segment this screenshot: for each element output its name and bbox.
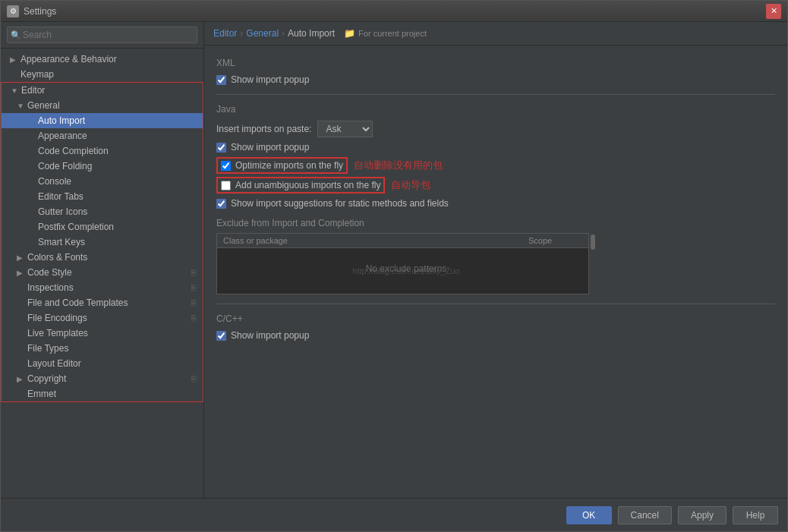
sidebar-item-label: Gutter Icons xyxy=(38,206,87,217)
search-input[interactable] xyxy=(7,27,197,43)
exclude-col-scope-header: Scope xyxy=(528,236,589,245)
sidebar-item-live-templates[interactable]: Live Templates xyxy=(2,326,203,341)
search-icon: 🔍 xyxy=(11,30,21,40)
sidebar-item-label: File Encodings xyxy=(27,313,87,323)
sidebar-item-label: Inspections xyxy=(27,282,74,293)
java-section-label: Java xyxy=(216,104,775,115)
sidebar-item-console[interactable]: Console xyxy=(2,174,203,189)
sidebar-item-label: Appearance xyxy=(38,131,87,141)
sidebar-item-smart-keys[interactable]: Smart Keys xyxy=(2,235,203,250)
sidebar-item-label: Appearance & Behavior xyxy=(20,54,117,65)
expand-arrow xyxy=(11,87,20,95)
copy-icon: ⎘ xyxy=(191,268,197,277)
exclude-col-class-header: Class or package xyxy=(223,236,528,245)
expand-arrow xyxy=(17,375,26,383)
app-icon: ⚙ xyxy=(7,5,19,17)
optimize-imports-label[interactable]: Optimize imports on the fly xyxy=(235,160,343,171)
exclude-section: Exclude from Import and Completion Class… xyxy=(216,218,775,294)
sidebar-item-code-style[interactable]: Code Style ⎘ xyxy=(2,265,203,280)
sidebar-item-file-types[interactable]: File Types xyxy=(2,341,203,356)
sidebar-item-layout-editor[interactable]: Layout Editor xyxy=(2,356,203,371)
cancel-button[interactable]: Cancel xyxy=(618,506,672,524)
sidebar-item-file-encodings[interactable]: File Encodings ⎘ xyxy=(2,310,203,326)
add-unambiguous-checkbox[interactable] xyxy=(221,181,231,190)
sidebar-item-label: Postfix Completion xyxy=(38,222,114,232)
optimize-imports-checkbox[interactable] xyxy=(221,161,231,171)
breadcrumb-general[interactable]: General xyxy=(246,28,279,39)
sidebar-item-appearance-behavior[interactable]: Appearance & Behavior xyxy=(1,52,203,67)
sidebar-item-label: General xyxy=(27,100,60,111)
sidebar: 🔍 Appearance & Behavior Keymap xyxy=(1,22,204,498)
breadcrumb-sep1: › xyxy=(240,28,243,39)
insert-imports-row: Insert imports on paste: Ask Always Neve… xyxy=(216,121,775,137)
xml-show-import-popup-label[interactable]: Show import popup xyxy=(231,74,309,85)
sidebar-item-label: Code Completion xyxy=(38,146,109,156)
exclude-scrollbar[interactable] xyxy=(588,233,596,294)
xml-section-label: XML xyxy=(216,58,775,68)
sidebar-item-label: Console xyxy=(38,176,71,187)
help-button[interactable]: Help xyxy=(733,506,778,524)
sidebar-item-label: Auto Import xyxy=(38,115,85,126)
settings-content: XML Show import popup Java Insert import… xyxy=(204,46,787,498)
cpp-show-import-popup-row: Show import popup xyxy=(216,330,775,341)
xml-java-divider xyxy=(216,94,775,95)
sidebar-item-copyright[interactable]: Copyright ⎘ xyxy=(2,371,203,386)
settings-window: ⚙ Settings ✕ 🔍 Appearance & Behavior xyxy=(0,0,788,532)
java-cpp-divider xyxy=(216,304,775,304)
sidebar-item-general[interactable]: General xyxy=(2,98,203,113)
add-unambiguous-highlight-box: Add unambiguous imports on the fly xyxy=(216,177,385,194)
exclude-table: Class or package Scope http://blog.csdn.… xyxy=(216,233,596,294)
sidebar-item-gutter-icons[interactable]: Gutter Icons xyxy=(2,204,203,219)
cpp-show-import-popup-label[interactable]: Show import popup xyxy=(231,330,309,341)
sidebar-item-postfix-completion[interactable]: Postfix Completion xyxy=(2,219,203,235)
sidebar-item-keymap[interactable]: Keymap xyxy=(1,67,203,82)
sidebar-item-label: Live Templates xyxy=(27,328,88,338)
sidebar-item-inspections[interactable]: Inspections ⎘ xyxy=(2,280,203,295)
sidebar-item-editor[interactable]: Editor xyxy=(2,83,203,98)
sidebar-item-editor-tabs[interactable]: Editor Tabs xyxy=(2,189,203,204)
sidebar-item-label: File Types xyxy=(27,343,68,354)
copy-icon: ⎘ xyxy=(191,283,197,292)
sidebar-item-auto-import[interactable]: Auto Import xyxy=(2,113,203,128)
insert-imports-label: Insert imports on paste: xyxy=(216,124,311,134)
xml-show-import-popup-row: Show import popup xyxy=(216,74,775,85)
ok-button[interactable]: OK xyxy=(566,506,612,524)
breadcrumb-project: For current project xyxy=(358,29,427,38)
apply-button[interactable]: Apply xyxy=(678,506,727,524)
bottom-bar: OK Cancel Apply Help xyxy=(1,498,787,531)
breadcrumb-sep2: › xyxy=(282,28,285,39)
sidebar-item-code-completion[interactable]: Code Completion xyxy=(2,143,203,159)
add-unambiguous-label[interactable]: Add unambiguous imports on the fly xyxy=(235,180,380,190)
sidebar-item-label: Emmet xyxy=(27,389,56,399)
show-import-suggestions-checkbox[interactable] xyxy=(216,199,226,209)
right-panel: Editor › General › Auto Import 📁 For cur… xyxy=(204,22,787,498)
sidebar-item-file-code-templates[interactable]: File and Code Templates ⎘ xyxy=(2,295,203,310)
exclude-scrollbar-thumb xyxy=(591,235,595,250)
sidebar-tree: Appearance & Behavior Keymap Editor xyxy=(1,49,203,498)
sidebar-item-label: File and Code Templates xyxy=(27,297,128,308)
sidebar-item-label: Layout Editor xyxy=(27,358,81,369)
breadcrumb-current: Auto Import xyxy=(288,28,335,39)
close-button[interactable]: ✕ xyxy=(766,4,781,19)
expand-arrow xyxy=(17,253,26,262)
copy-icon: ⎘ xyxy=(191,374,197,383)
exclude-section-label: Exclude from Import and Completion xyxy=(216,218,775,228)
cpp-section-label: C/C++ xyxy=(216,313,775,324)
insert-imports-select[interactable]: Ask Always Never xyxy=(317,121,373,137)
cpp-show-import-popup-checkbox[interactable] xyxy=(216,331,226,341)
sidebar-item-appearance[interactable]: Appearance xyxy=(2,128,203,143)
sidebar-item-label: Keymap xyxy=(20,69,54,80)
xml-show-import-popup-checkbox[interactable] xyxy=(216,75,226,85)
sidebar-item-colors-fonts[interactable]: Colors & Fonts xyxy=(2,250,203,265)
search-box: 🔍 xyxy=(1,22,203,49)
show-import-suggestions-label[interactable]: Show import suggestions for static metho… xyxy=(231,198,449,209)
java-show-import-popup-checkbox[interactable] xyxy=(216,143,226,153)
java-show-import-popup-label[interactable]: Show import popup xyxy=(231,142,309,153)
sidebar-item-emmet[interactable]: Emmet xyxy=(2,386,203,401)
optimize-imports-annotation: 自动删除没有用的包 xyxy=(354,159,443,172)
show-import-suggestions-row: Show import suggestions for static metho… xyxy=(216,198,775,209)
breadcrumb-editor[interactable]: Editor xyxy=(213,28,237,39)
exclude-table-header: Class or package Scope xyxy=(217,234,595,248)
sidebar-item-code-folding[interactable]: Code Folding xyxy=(2,159,203,174)
insert-imports-combo: Ask Always Never xyxy=(317,121,373,137)
